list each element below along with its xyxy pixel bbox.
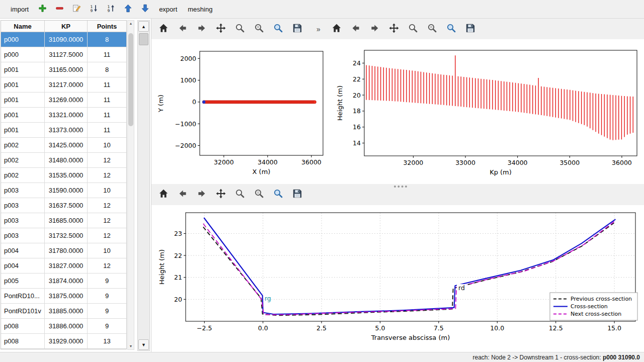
save-button[interactable] bbox=[289, 21, 305, 37]
table-row[interactable]: p00231535.000012 bbox=[1, 168, 126, 183]
table-row[interactable]: p00231480.000012 bbox=[1, 153, 126, 168]
cell-name: p003 bbox=[1, 183, 45, 198]
svg-text:33000: 33000 bbox=[455, 159, 475, 166]
table-row[interactable]: p00031127.500011 bbox=[1, 47, 126, 62]
table-row[interactable]: p00331590.000010 bbox=[1, 183, 126, 198]
add-icon bbox=[38, 4, 47, 15]
home-button[interactable] bbox=[329, 21, 345, 37]
home-button[interactable] bbox=[155, 21, 172, 37]
cell-points: 12 bbox=[88, 228, 126, 243]
cell-points: 8 bbox=[88, 62, 126, 77]
table-row[interactable]: p00431780.000010 bbox=[1, 243, 126, 258]
pan-button[interactable] bbox=[213, 187, 229, 203]
table-row[interactable]: p00231425.000010 bbox=[1, 138, 126, 153]
pan-icon bbox=[215, 188, 226, 201]
column-header-name[interactable]: Name bbox=[1, 21, 45, 32]
customize-button[interactable] bbox=[270, 187, 286, 203]
table-scrollbar[interactable]: ▲ ▼ bbox=[127, 20, 134, 350]
subplots-button[interactable] bbox=[251, 187, 267, 203]
sort-descending-button[interactable]: 19 bbox=[87, 3, 101, 16]
cell-kp: 31827.0000 bbox=[45, 258, 88, 273]
subplots-button[interactable] bbox=[424, 21, 440, 37]
table-row[interactable]: p00831886.00009 bbox=[1, 319, 126, 334]
cross-section-plot-canvas[interactable]: −2.50.02.55.07.510.012.515.020212223Tran… bbox=[153, 205, 644, 351]
table-row[interactable]: p00131373.000011 bbox=[1, 123, 126, 138]
move-down-button[interactable] bbox=[138, 3, 152, 16]
table-scrollbar-up-icon[interactable]: ▲ bbox=[128, 21, 134, 26]
table-row[interactable]: p00131217.000011 bbox=[1, 77, 126, 93]
panel-scrollbar[interactable]: ▲ ▼ bbox=[137, 20, 150, 351]
application-window: { "top_toolbar": { "import_label": "impo… bbox=[0, 0, 644, 362]
table-row[interactable]: p00331732.500012 bbox=[1, 228, 126, 243]
export-button[interactable]: export bbox=[155, 4, 181, 15]
table-scrollbar-down-icon[interactable]: ▼ bbox=[128, 344, 134, 349]
customize-button[interactable] bbox=[443, 21, 459, 37]
cell-kp: 31535.0000 bbox=[45, 168, 88, 183]
xy-plot-toolbar bbox=[155, 21, 305, 37]
zoom-button[interactable] bbox=[232, 21, 248, 37]
forward-button[interactable] bbox=[194, 187, 210, 203]
table-scrollbar-thumb[interactable] bbox=[128, 33, 133, 126]
splitter-handle[interactable] bbox=[394, 186, 407, 188]
cell-points: 12 bbox=[88, 198, 126, 213]
pan-button[interactable] bbox=[386, 21, 402, 37]
toolbar-overflow-button[interactable]: » bbox=[316, 25, 320, 33]
column-header-kp[interactable]: KP bbox=[45, 21, 88, 32]
back-button[interactable] bbox=[175, 187, 191, 203]
svg-text:0.0: 0.0 bbox=[258, 324, 268, 332]
cell-kp: 31732.5000 bbox=[45, 228, 88, 243]
cell-kp: 31780.0000 bbox=[45, 243, 88, 258]
svg-text:24: 24 bbox=[353, 59, 361, 67]
profile-plot-canvas[interactable]: 3200033000340003500036000242220181614Kp … bbox=[333, 39, 644, 184]
pan-button[interactable] bbox=[213, 21, 229, 37]
panel-scroll-up-button[interactable]: ▲ bbox=[138, 21, 149, 32]
save-button[interactable] bbox=[462, 21, 478, 37]
cell-points: 13 bbox=[88, 334, 126, 348]
cell-name: p001 bbox=[1, 123, 45, 137]
forward-button[interactable] bbox=[367, 21, 383, 37]
move-up-button[interactable] bbox=[121, 3, 135, 16]
meshing-button[interactable]: meshing bbox=[184, 4, 216, 15]
cell-points: 9 bbox=[88, 319, 126, 333]
table-row[interactable]: p00131321.000011 bbox=[1, 108, 126, 123]
edit-cross-section-button[interactable] bbox=[70, 3, 84, 16]
svg-text:34000: 34000 bbox=[258, 158, 278, 166]
table-row[interactable]: p00031090.00008 bbox=[1, 32, 126, 47]
zoom-button[interactable] bbox=[232, 187, 248, 203]
table-row[interactable]: p00431827.000012 bbox=[1, 258, 126, 274]
table-row[interactable]: p00331685.000012 bbox=[1, 213, 126, 228]
svg-text:Previous cross-section: Previous cross-section bbox=[571, 296, 632, 302]
column-header-points[interactable]: Points bbox=[88, 21, 126, 32]
panel-scroll-down-button[interactable]: ▼ bbox=[138, 339, 149, 350]
home-button[interactable] bbox=[155, 187, 172, 203]
table-row[interactable]: p00131165.00008 bbox=[1, 62, 126, 77]
xy-plot-canvas[interactable]: 320003400036000200010000−1000−2000X (m)Y… bbox=[153, 39, 333, 184]
panel-scrollbar-thumb[interactable] bbox=[139, 33, 148, 45]
add-cross-section-button[interactable] bbox=[36, 3, 49, 16]
cell-name: p003 bbox=[1, 198, 45, 213]
cell-kp: 31929.0000 bbox=[45, 334, 88, 348]
back-button[interactable] bbox=[175, 21, 191, 37]
svg-text:−2000: −2000 bbox=[175, 142, 196, 149]
zoom-button[interactable] bbox=[405, 21, 421, 37]
back-button[interactable] bbox=[348, 21, 364, 37]
customize-button[interactable] bbox=[270, 21, 286, 37]
save-button[interactable] bbox=[289, 187, 305, 203]
table-row[interactable]: p00331637.500012 bbox=[1, 198, 126, 213]
subplots-button[interactable] bbox=[251, 21, 267, 37]
table-row[interactable]: p00531874.00009 bbox=[1, 274, 126, 289]
table-row[interactable]: p00831929.000013 bbox=[1, 334, 126, 349]
customize-icon bbox=[273, 23, 284, 36]
cell-name: p008 bbox=[1, 334, 45, 348]
status-bar: reach: Node 2 -> Downstream 1 - cross-se… bbox=[0, 352, 644, 362]
svg-text:−1000: −1000 bbox=[175, 120, 196, 128]
svg-text:Kp (m): Kp (m) bbox=[490, 168, 512, 176]
cell-kp: 31637.5000 bbox=[45, 198, 88, 213]
table-row[interactable]: PontRD101v31885.00009 bbox=[1, 304, 126, 319]
sort-ascending-button[interactable]: 19 bbox=[104, 3, 118, 16]
forward-button[interactable] bbox=[194, 21, 210, 37]
table-row[interactable]: PontRD10...31875.00009 bbox=[1, 289, 126, 304]
remove-cross-section-button[interactable] bbox=[53, 3, 66, 16]
import-button[interactable]: import bbox=[7, 4, 32, 15]
table-row[interactable]: p00131269.000011 bbox=[1, 93, 126, 108]
